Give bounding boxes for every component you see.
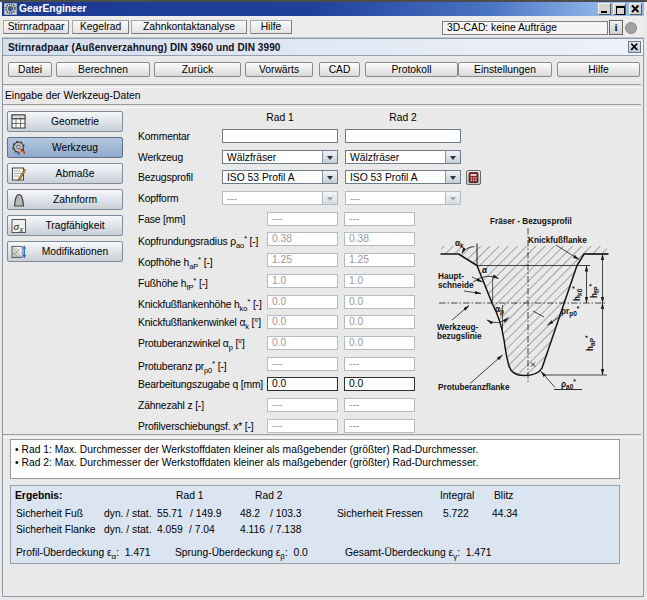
svg-text:αk: αk [455, 239, 464, 249]
svg-text:hfP*: hfP* [588, 283, 600, 298]
svg-text:hk0*: hk0* [571, 286, 583, 301]
svg-text:prp0*: prp0* [561, 305, 580, 318]
svg-text:α: α [482, 266, 487, 275]
svg-text:Protuberanzflanke: Protuberanzflanke [438, 383, 510, 392]
svg-text:Werkzeug-: Werkzeug- [437, 323, 479, 332]
svg-text:x: x [19, 225, 24, 234]
svg-text:bezugslinie: bezugslinie [437, 332, 482, 341]
svg-text:Fräser - Bezugsprofil: Fräser - Bezugsprofil [490, 217, 572, 226]
svg-text:Knickfußflanke: Knickfußflanke [528, 236, 587, 245]
svg-text:haP*: haP* [584, 335, 596, 351]
svg-text:ρa0*: ρa0* [561, 378, 576, 390]
svg-text:schneide: schneide [438, 281, 474, 290]
svg-text:Haupt-: Haupt- [438, 272, 464, 281]
